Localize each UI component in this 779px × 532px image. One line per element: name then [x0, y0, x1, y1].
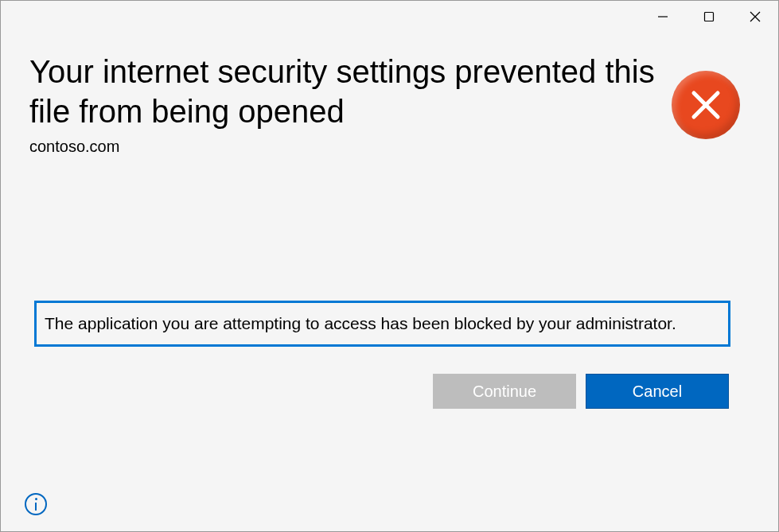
minimize-icon: [657, 11, 668, 22]
info-icon[interactable]: [25, 493, 47, 515]
domain-label: contoso.com: [29, 138, 656, 156]
maximize-button[interactable]: [686, 1, 732, 33]
titlebar: [1, 1, 778, 33]
error-icon: [672, 71, 740, 139]
minimize-button[interactable]: [640, 1, 686, 33]
message-text: The application you are attempting to ac…: [45, 314, 676, 332]
continue-button: Continue: [433, 374, 576, 409]
close-icon: [750, 11, 761, 22]
cancel-button[interactable]: Cancel: [586, 374, 729, 409]
maximize-icon: [703, 11, 715, 22]
dialog-content: Your internet security settings prevente…: [1, 33, 778, 409]
dialog-heading: Your internet security settings prevente…: [29, 52, 656, 131]
dialog-window: Your internet security settings prevente…: [0, 0, 779, 532]
message-box: The application you are attempting to ac…: [34, 301, 730, 347]
header-row: Your internet security settings prevente…: [29, 52, 746, 156]
x-icon: [689, 88, 723, 122]
svg-rect-1: [705, 13, 714, 21]
header-text: Your internet security settings prevente…: [29, 52, 672, 156]
button-row: Continue Cancel: [29, 374, 729, 409]
close-button[interactable]: [732, 1, 778, 33]
